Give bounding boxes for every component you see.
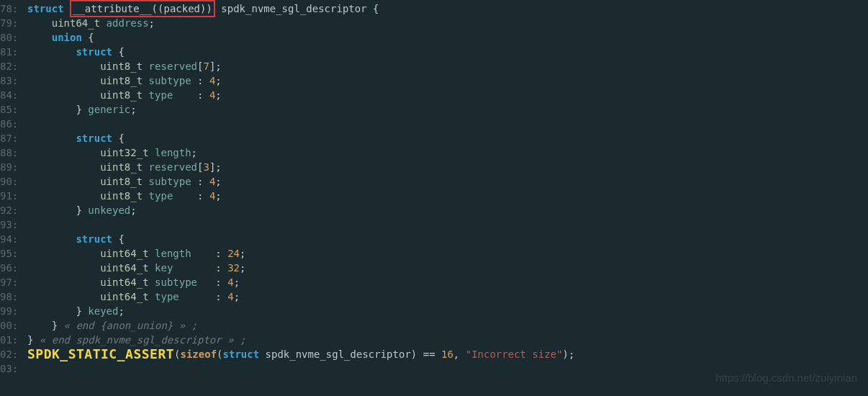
token: [149, 261, 155, 275]
token-type-uint: uint64_t: [100, 261, 148, 275]
token-type-uint: uint64_t: [100, 289, 148, 304]
token-field: keyed: [88, 304, 118, 318]
token-punct: ;: [191, 145, 197, 160]
indent: [27, 145, 100, 160]
token-kw-union: union: [52, 30, 82, 45]
indent: [27, 203, 76, 217]
token-field: reserved: [149, 160, 197, 174]
code-editor: 78:79:80:81:82:83:84:85:86:87:88:89:90:9…: [0, 0, 868, 377]
token: [215, 1, 221, 16]
indent: [27, 275, 100, 289]
token-punct: :: [197, 275, 227, 289]
token: [143, 174, 148, 189]
token-field: generic: [88, 102, 130, 117]
token-type-uint: uint8_t: [100, 174, 143, 189]
line-number: 91:: [0, 189, 20, 203]
token-punct: {: [367, 1, 379, 16]
token-punct: ;: [215, 189, 221, 203]
token-boxed: __attribute__((packed)): [70, 0, 215, 17]
code-content[interactable]: struct __attribute__((packed)) spdk_nvme…: [23, 1, 574, 376]
token-punct: (: [217, 347, 222, 361]
indent: [27, 16, 52, 30]
code-line: uint8_t type : 4;: [27, 88, 574, 102]
line-number: 88:: [0, 145, 20, 160]
token-field: reserved: [149, 59, 197, 73]
indent: [27, 189, 100, 203]
indent: [27, 232, 76, 246]
token-string: "Incorrect size": [466, 347, 563, 361]
token-num: 4: [209, 189, 215, 203]
token-punct: :: [179, 289, 227, 304]
token-field: subtype: [149, 174, 191, 189]
token-num: 24: [227, 246, 240, 261]
token-punct: }: [76, 304, 88, 318]
line-number: 92:: [0, 203, 20, 217]
token-punct: {: [112, 232, 125, 246]
token-field: unkeyed: [88, 203, 130, 217]
token: [149, 246, 155, 261]
line-number: 82:: [0, 59, 20, 73]
indent: [27, 73, 100, 88]
line-number-gutter: 78:79:80:81:82:83:84:85:86:87:88:89:90:9…: [0, 1, 23, 376]
token-type-uint: uint8_t: [100, 189, 143, 203]
token-num: 4: [227, 275, 233, 289]
line-number: 99:: [0, 304, 20, 318]
token-field: type: [149, 88, 173, 102]
token-kw-struct: struct: [223, 347, 260, 361]
line-number: 86:: [0, 117, 20, 131]
token-type-uint: uint64_t: [52, 16, 100, 30]
code-line: uint64_t key : 32;: [27, 261, 574, 275]
line-number: 89:: [0, 160, 20, 174]
token-type-uint: uint8_t: [100, 160, 143, 174]
token-punct: ];: [209, 59, 222, 73]
token-num: 3: [203, 160, 209, 174]
token-punct: ;: [130, 102, 136, 117]
line-number: 83:: [0, 73, 20, 88]
token-punct: }: [52, 318, 58, 333]
token-comment: « end {anon_union} » ;: [58, 318, 197, 333]
token-kw-struct: struct: [76, 131, 112, 145]
token: [143, 59, 148, 73]
token-num: 4: [209, 73, 215, 88]
token-sizeof-kw: sizeof: [181, 347, 217, 361]
token-field: type: [155, 289, 179, 304]
code-line: struct {: [27, 232, 574, 246]
token: [259, 347, 265, 361]
token-punct: :: [173, 88, 209, 102]
token-num: 32: [227, 261, 240, 275]
token-punct: ;: [215, 174, 221, 189]
line-number: 84:: [0, 88, 20, 102]
line-number: 78:: [0, 1, 20, 16]
token-punct: ;: [240, 261, 245, 275]
token-type-uint: uint8_t: [100, 59, 143, 73]
line-number: 95:: [0, 246, 20, 261]
line-number: 94:: [0, 232, 20, 246]
token-punct: (: [174, 347, 180, 361]
code-line: struct {: [27, 45, 574, 59]
line-number: 81:: [0, 45, 20, 59]
code-line: uint8_t subtype : 4;: [27, 73, 574, 88]
token-field: type: [149, 189, 173, 203]
token-field: address: [107, 16, 149, 30]
token-punct: :: [191, 246, 228, 261]
token-punct: {: [112, 45, 125, 59]
code-line: } « end {anon_union} » ;: [27, 318, 574, 333]
indent: [27, 45, 76, 59]
line-number: 80:: [0, 30, 20, 45]
token-punct: :: [173, 189, 209, 203]
line-number: 85:: [0, 102, 20, 117]
code-line: uint64_t length : 24;: [27, 246, 574, 261]
token-type-uint: uint64_t: [100, 275, 148, 289]
code-line: } generic;: [27, 102, 574, 117]
code-line: [27, 217, 574, 232]
token-punct: :: [191, 73, 209, 88]
token-num: 7: [203, 59, 209, 73]
indent: [27, 246, 100, 261]
line-number: 01:: [0, 333, 20, 347]
token-punct: ;: [130, 203, 136, 217]
code-line: } « end spdk_nvme_sgl_descriptor » ;: [27, 333, 574, 347]
indent: [27, 261, 100, 275]
token-punct: ) ==: [411, 347, 441, 361]
indent: [27, 160, 100, 174]
token-kw-struct: struct: [27, 1, 64, 16]
